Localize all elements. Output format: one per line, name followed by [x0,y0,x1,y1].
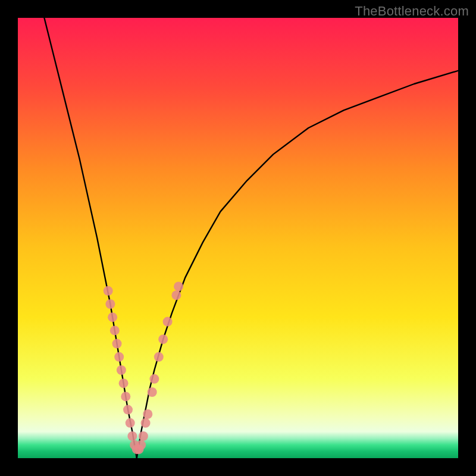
highlight-point [121,392,130,401]
highlight-point [149,374,159,384]
highlight-point [127,431,137,441]
highlight-point [171,290,181,300]
highlight-point [114,352,124,362]
highlight-point [110,325,120,335]
gradient-bg [18,18,458,458]
highlight-point [112,339,122,349]
highlight-point [117,365,126,375]
chart-svg [18,18,458,458]
highlight-point [141,418,151,428]
highlight-point [123,405,133,415]
highlight-point [126,418,135,428]
highlight-point [104,286,113,296]
highlight-point [119,378,129,388]
highlight-point [154,352,164,362]
highlight-point [174,281,183,291]
highlight-point [143,409,152,419]
highlight-point [136,440,146,450]
highlight-point [158,334,168,344]
highlight-point [105,299,115,309]
highlight-point [148,387,157,397]
watermark-text: TheBottleneck.com [355,4,469,19]
highlight-point [108,312,117,322]
chart-frame: TheBottleneck.com [0,0,476,476]
highlight-point [163,317,173,327]
highlight-point [139,431,148,441]
plot-area [18,18,458,458]
